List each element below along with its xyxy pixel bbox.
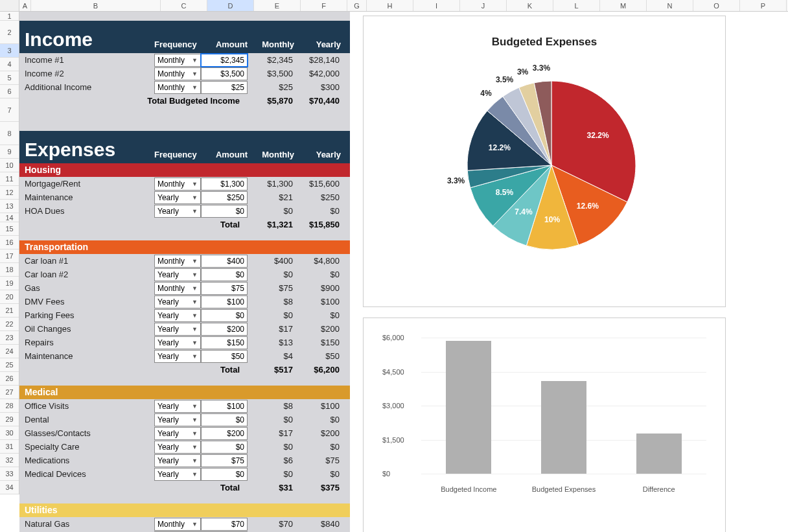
frequency-dropdown[interactable]: Yearly▼: [154, 191, 201, 204]
item-label[interactable]: Maintenance: [25, 192, 154, 202]
bar[interactable]: [636, 434, 682, 474]
item-label[interactable]: Maintenance: [25, 351, 154, 361]
row-header-16[interactable]: 16: [0, 236, 19, 249]
amount-cell[interactable]: $75: [201, 454, 248, 467]
col-header-M[interactable]: M: [600, 0, 647, 11]
monthly-cell[interactable]: $75: [248, 283, 294, 293]
row-header-34[interactable]: 34: [0, 481, 19, 494]
monthly-cell[interactable]: $8: [248, 401, 294, 411]
monthly-cell[interactable]: $1,300: [248, 179, 294, 189]
monthly-cell[interactable]: $25: [248, 82, 294, 92]
col-header-P[interactable]: P: [740, 0, 787, 11]
yearly-cell[interactable]: $15,600: [294, 179, 341, 189]
monthly-cell[interactable]: $17: [248, 324, 294, 334]
row-header-4[interactable]: 4: [0, 58, 19, 71]
monthly-cell[interactable]: $3,500: [248, 69, 294, 78]
row-header-12[interactable]: 12: [0, 186, 19, 200]
amount-cell[interactable]: $100: [201, 400, 248, 413]
yearly-cell[interactable]: $28,140: [294, 55, 341, 65]
col-header-H[interactable]: H: [367, 0, 413, 11]
row-header-24[interactable]: 24: [0, 345, 19, 358]
amount-cell[interactable]: $1,300: [201, 178, 248, 191]
amount-cell[interactable]: $200: [201, 427, 248, 440]
yearly-cell[interactable]: $200: [294, 324, 341, 334]
monthly-cell[interactable]: $0: [248, 270, 294, 279]
row-header-30[interactable]: 30: [0, 426, 19, 440]
row-header-20[interactable]: 20: [0, 290, 19, 304]
item-label[interactable]: HOA Dues: [25, 206, 154, 216]
item-label[interactable]: Oil Changes: [25, 324, 154, 334]
amount-cell[interactable]: $50: [201, 350, 248, 363]
row-header-17[interactable]: 17: [0, 249, 19, 263]
yearly-cell[interactable]: $0: [294, 442, 341, 452]
monthly-cell[interactable]: $6: [248, 456, 294, 465]
monthly-cell[interactable]: $0: [248, 442, 294, 452]
item-label[interactable]: Income #2: [25, 69, 154, 78]
yearly-cell[interactable]: $150: [294, 338, 341, 347]
frequency-dropdown[interactable]: Yearly▼: [154, 468, 201, 481]
row-header-6[interactable]: 6: [0, 85, 19, 98]
monthly-cell[interactable]: $8: [248, 297, 294, 306]
frequency-dropdown[interactable]: Yearly▼: [154, 295, 201, 308]
bar[interactable]: [541, 381, 586, 474]
yearly-cell[interactable]: $0: [294, 415, 341, 424]
monthly-cell[interactable]: $13: [248, 338, 294, 347]
col-header-J[interactable]: J: [460, 0, 507, 11]
row-header-32[interactable]: 32: [0, 454, 19, 467]
bar-chart-card[interactable]: $0$1,500$3,000$4,500$6,000Budgeted Incom…: [363, 318, 726, 532]
item-label[interactable]: Glasses/Contacts: [25, 428, 154, 438]
row-header-23[interactable]: 23: [0, 331, 19, 345]
frequency-dropdown[interactable]: Yearly▼: [154, 336, 201, 349]
row-header-5[interactable]: 5: [0, 71, 19, 85]
yearly-cell[interactable]: $100: [294, 297, 341, 306]
amount-cell[interactable]: $25: [201, 81, 248, 94]
item-label[interactable]: Mortgage/Rent: [25, 179, 154, 189]
amount-cell[interactable]: $400: [201, 255, 248, 268]
amount-cell[interactable]: $0: [201, 468, 248, 481]
col-header-E[interactable]: E: [254, 0, 301, 11]
row-header-27[interactable]: 27: [0, 386, 19, 399]
yearly-cell[interactable]: $250: [294, 192, 341, 202]
frequency-dropdown[interactable]: Monthly▼: [154, 282, 201, 295]
yearly-cell[interactable]: $840: [294, 519, 341, 529]
row-header-13[interactable]: 13: [0, 200, 19, 213]
yearly-cell[interactable]: $0: [294, 469, 341, 479]
item-label[interactable]: Office Visits: [25, 401, 154, 411]
item-label[interactable]: Medical Devices: [25, 469, 154, 479]
item-label[interactable]: Additional Income: [25, 82, 154, 92]
col-header-A[interactable]: A: [19, 0, 31, 11]
yearly-cell[interactable]: $42,000: [294, 69, 341, 78]
amount-cell[interactable]: $75: [201, 282, 248, 295]
yearly-cell[interactable]: $75: [294, 456, 341, 465]
frequency-dropdown[interactable]: Yearly▼: [154, 323, 201, 336]
row-header-26[interactable]: 26: [0, 372, 19, 386]
item-label[interactable]: Repairs: [25, 338, 154, 347]
monthly-cell[interactable]: $4: [248, 351, 294, 361]
frequency-dropdown[interactable]: Monthly▼: [154, 518, 201, 531]
yearly-cell[interactable]: $4,800: [294, 256, 341, 266]
row-header-28[interactable]: 28: [0, 399, 19, 413]
col-header-K[interactable]: K: [507, 0, 553, 11]
row-header-11[interactable]: 11: [0, 172, 19, 186]
col-header-D[interactable]: D: [207, 0, 254, 11]
frequency-dropdown[interactable]: Monthly▼: [154, 67, 201, 80]
monthly-cell[interactable]: $0: [248, 415, 294, 424]
col-header-N[interactable]: N: [647, 0, 693, 11]
monthly-cell[interactable]: $17: [248, 428, 294, 438]
frequency-dropdown[interactable]: Yearly▼: [154, 400, 201, 413]
amount-cell[interactable]: $0: [201, 205, 248, 218]
yearly-cell[interactable]: $0: [294, 270, 341, 279]
col-header-O[interactable]: O: [693, 0, 740, 11]
col-header-L[interactable]: L: [553, 0, 600, 11]
yearly-cell[interactable]: $0: [294, 206, 341, 216]
select-all-corner[interactable]: [0, 0, 19, 12]
item-label[interactable]: Medications: [25, 456, 154, 465]
monthly-cell[interactable]: $0: [248, 469, 294, 479]
frequency-dropdown[interactable]: Yearly▼: [154, 427, 201, 440]
col-header-C[interactable]: C: [161, 0, 207, 11]
bar[interactable]: [446, 341, 491, 474]
amount-cell[interactable]: $0: [201, 309, 248, 322]
yearly-cell[interactable]: $200: [294, 428, 341, 438]
amount-cell[interactable]: $2,345: [201, 54, 248, 67]
frequency-dropdown[interactable]: Yearly▼: [154, 268, 201, 281]
